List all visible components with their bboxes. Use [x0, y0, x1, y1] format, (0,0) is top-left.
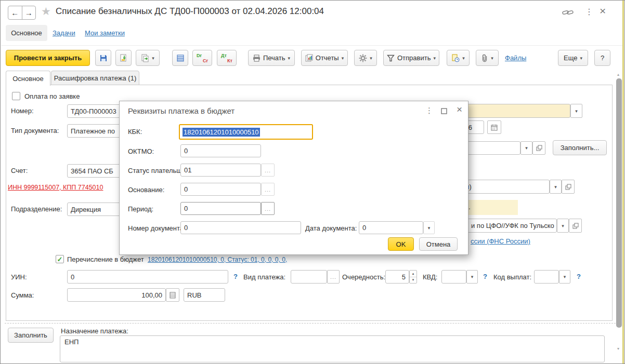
operation-type-dropdown-button[interactable]: ▾	[570, 104, 582, 118]
priority-label: Очередность:	[342, 273, 385, 281]
window-edge-strip	[622, 1, 624, 364]
recipient-bank-open-button[interactable]	[569, 219, 582, 233]
window-close-icon[interactable]: ×	[600, 5, 606, 17]
dr-cr-button[interactable]: Dr Cr	[192, 50, 212, 66]
payout-code-dropdown-button[interactable]: ▾	[559, 270, 570, 284]
payout-code-help-icon[interactable]: ?	[577, 273, 581, 280]
send-button[interactable]: Отправить ▾	[383, 50, 439, 66]
payout-code-field[interactable]	[534, 270, 559, 284]
budget-transfer-checkbox[interactable]: ✓	[56, 255, 64, 263]
paperclip-icon	[481, 54, 488, 62]
period-field[interactable]: 0	[180, 202, 261, 215]
amount-field[interactable]: 100,00	[67, 288, 166, 302]
payment-kind-select-button[interactable]: ...	[327, 270, 340, 284]
nav-separator	[1, 45, 624, 46]
post-and-close-button[interactable]: Провести и закрыть	[6, 50, 90, 66]
spinner-down-icon[interactable]: ▾	[410, 277, 416, 284]
period-select-button[interactable]: ...	[261, 202, 275, 215]
oktmo-field[interactable]: 0	[180, 144, 261, 157]
payment-kind-field[interactable]	[291, 270, 327, 284]
ok-button[interactable]: OK	[388, 237, 414, 251]
print-button[interactable]: Печать ▾	[248, 50, 295, 66]
deferred-doc-button[interactable]: ▾	[447, 50, 470, 66]
dialog-close-icon[interactable]: ×	[457, 104, 462, 115]
payee-account-dropdown-button[interactable]: ▾	[520, 141, 532, 155]
dt-kt-icon: Дт Кт	[221, 53, 232, 63]
cancel-button[interactable]: Отмена	[419, 237, 458, 251]
files-link[interactable]: Файлы	[505, 54, 526, 62]
favorite-star-icon[interactable]: ★	[41, 5, 51, 18]
kbk-field[interactable]: 18201061201010000510	[179, 124, 313, 140]
doc-type-label: Тип документа:	[11, 127, 59, 134]
open-in-form-icon	[565, 184, 571, 190]
basis-field[interactable]: 0	[180, 183, 261, 196]
fns-recipient-link[interactable]: ссии (ФНС России)	[471, 237, 530, 245]
doc-date-dropdown-button[interactable]: ▾	[423, 221, 435, 234]
priority-spinner[interactable]: ▴ ▾	[409, 270, 417, 284]
pay-by-request-label: Оплата по заявке	[24, 92, 80, 100]
nav-link-tasks[interactable]: Задачи	[53, 29, 75, 37]
post-document-button[interactable]	[115, 50, 132, 66]
budget-details-link[interactable]: 18201061201010000510, 0, Статус: 01, 0, …	[148, 256, 287, 263]
forward-button[interactable]: →	[22, 6, 36, 19]
recipient-open-button[interactable]	[562, 180, 575, 194]
scrollbar-up-icon[interactable]: ▴	[617, 72, 619, 77]
currency-field[interactable]: RUB	[184, 288, 225, 302]
get-link-icon[interactable]	[562, 9, 574, 16]
priority-field[interactable]: 5	[385, 270, 409, 284]
doc-date-label: Дата документа:	[305, 224, 357, 232]
tab-main[interactable]: Основное	[6, 71, 50, 86]
kvd-help-icon[interactable]: ?	[483, 273, 487, 280]
fill-right-button[interactable]: Заполнить...	[553, 140, 607, 155]
payee-account-open-button[interactable]	[532, 141, 545, 155]
settings-button[interactable]: ▾	[354, 50, 377, 66]
fill-purpose-button[interactable]: Заполнить	[8, 328, 54, 343]
recipient-bank-dropdown-button[interactable]: ▾	[557, 219, 569, 233]
pay-by-request-checkbox[interactable]	[12, 92, 20, 100]
kvd-field[interactable]	[441, 270, 466, 284]
account-label: Счет:	[11, 167, 28, 174]
dr-cr-icon: Dr Cr	[197, 53, 208, 63]
window-menu-icon[interactable]: ⋮	[585, 7, 593, 17]
nav-item-main[interactable]: Основное	[6, 25, 47, 41]
funnel-icon	[387, 55, 395, 62]
save-button[interactable]	[95, 50, 111, 66]
spinner-up-icon[interactable]: ▴	[410, 271, 416, 277]
doc-number-label: Номер документа:	[128, 224, 186, 232]
reports-button[interactable]: Отчеты ▾	[301, 50, 348, 66]
more-button[interactable]: Еще ▾	[558, 50, 588, 66]
scrollbar-down-icon[interactable]: ▾	[617, 346, 619, 351]
uin-label: УИН:	[11, 273, 27, 281]
payer-status-select-button[interactable]: ...	[261, 164, 275, 177]
budget-transfer-label: Перечисление в бюджет	[67, 255, 144, 263]
doc-date-field[interactable]: 0	[359, 221, 423, 234]
period-label: Период:	[128, 205, 153, 213]
date-calendar-button[interactable]	[487, 120, 501, 134]
history-nav-group: ← →	[8, 6, 36, 20]
purpose-textarea[interactable]: ЕНП	[60, 335, 605, 362]
dt-kt-button[interactable]: Дт Кт	[217, 50, 237, 66]
dialog-menu-icon[interactable]: ⋮	[425, 106, 433, 115]
nav-link-notes[interactable]: Мои заметки	[85, 29, 125, 37]
oktmo-label: ОКТМО:	[128, 147, 154, 155]
tab-payment-breakdown[interactable]: Расшифровка платежа (1)	[51, 71, 139, 85]
amount-calculator-button[interactable]	[166, 288, 179, 302]
help-button[interactable]: ?	[594, 50, 610, 66]
uin-field[interactable]: 0	[67, 270, 228, 284]
scrollbar-thumb[interactable]	[616, 78, 622, 328]
document-window: ← → ★ Списание безналичных ДС ТД00-П0000…	[0, 0, 625, 364]
recipient-dropdown-button[interactable]: ▾	[550, 180, 562, 194]
dialog-maximize-icon[interactable]	[441, 108, 447, 114]
uin-help-icon[interactable]: ?	[233, 273, 238, 280]
basis-select-button[interactable]: ...	[261, 183, 275, 196]
registers-button[interactable]	[172, 50, 188, 66]
kvd-dropdown-button[interactable]: ▾	[466, 270, 478, 284]
attachments-button[interactable]: ▾	[476, 50, 499, 66]
back-button[interactable]: ←	[8, 6, 22, 19]
page-title: Списание безналичных ДС ТД00-П000003 от …	[56, 6, 324, 17]
inn-kpp-link[interactable]: ИНН 9999115007, КПП 7745010	[8, 184, 103, 191]
basis-label: Основание:	[128, 186, 164, 194]
payer-status-field[interactable]: 01	[180, 164, 261, 177]
doc-number-field[interactable]: 0	[180, 221, 301, 234]
copy-button[interactable]: ▾	[136, 50, 160, 66]
